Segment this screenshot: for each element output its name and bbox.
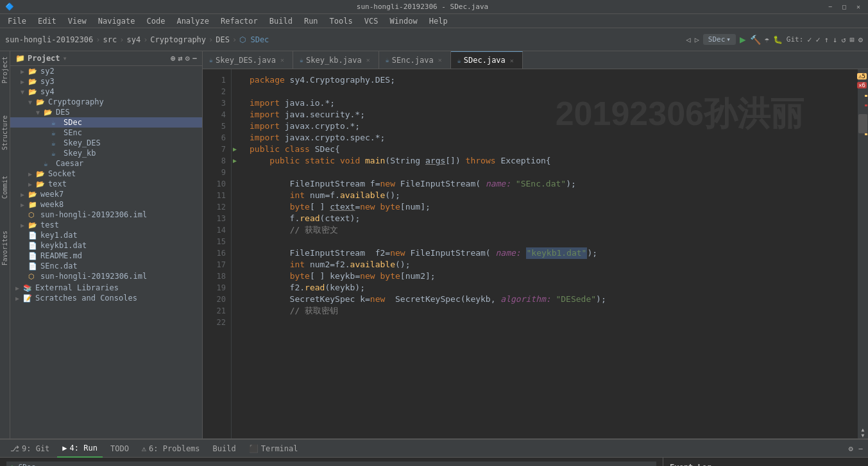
menu-view[interactable]: View bbox=[63, 15, 92, 27]
menu-run[interactable]: Run bbox=[299, 15, 323, 27]
run-tab-close[interactable]: ✕ bbox=[38, 464, 41, 467]
editor-scrollbar[interactable]: ⚠5 ✕6 ▲ ▼ bbox=[858, 69, 868, 438]
tree-item-scratches[interactable]: ▶ 📝 Scratches and Consoles bbox=[10, 293, 202, 303]
tab-close-sdec[interactable]: ✕ bbox=[508, 56, 516, 64]
coverage-button[interactable]: ☂ bbox=[765, 35, 769, 44]
tab-senc-java[interactable]: ☕ SEnc.java ✕ bbox=[379, 51, 451, 69]
tab-close-senc[interactable]: ✕ bbox=[436, 56, 444, 64]
menu-file[interactable]: File bbox=[3, 15, 31, 27]
git-pull[interactable]: ↓ bbox=[833, 35, 837, 44]
scrollbar-thumb[interactable] bbox=[858, 114, 867, 133]
tree-item-key1dat[interactable]: 📄 key1.dat bbox=[10, 230, 202, 240]
tree-item-sy2[interactable]: ▶ 📂 sy2 bbox=[10, 66, 202, 76]
tab-sdec-java[interactable]: ☕ SDec.java ✕ bbox=[451, 51, 523, 69]
menu-vcs[interactable]: VCS bbox=[359, 15, 384, 27]
git-icon: ⎇ bbox=[10, 444, 19, 453]
tree-item-text[interactable]: ▶ 📂 text bbox=[10, 179, 202, 189]
breadcrumb-des[interactable]: DES bbox=[216, 35, 230, 44]
bottom-tab-terminal[interactable]: ⬛ Terminal bbox=[244, 440, 303, 458]
md-icon-readme: 📄 bbox=[28, 252, 38, 260]
menu-analyze[interactable]: Analyze bbox=[171, 15, 214, 27]
gutter-arrow-7[interactable]: ▶ bbox=[233, 144, 241, 155]
menu-edit[interactable]: Edit bbox=[33, 15, 62, 27]
tab-skey-kb-java[interactable]: ☕ Skey_kb.java ✕ bbox=[293, 51, 379, 69]
bottom-tab-todo[interactable]: TODO bbox=[105, 440, 134, 458]
bottom-settings[interactable]: ⚙ − bbox=[849, 444, 863, 453]
git-rollback[interactable]: ⊞ bbox=[850, 35, 855, 44]
tree-item-des[interactable]: ▼ 📂 DES bbox=[10, 107, 202, 117]
menu-tools[interactable]: Tools bbox=[325, 15, 358, 27]
menu-code[interactable]: Code bbox=[142, 15, 171, 27]
tree-arrow-sy3: ▶ bbox=[21, 78, 28, 85]
bottom-tab-build[interactable]: Build bbox=[208, 440, 241, 458]
nav-forward-icon[interactable]: ▷ bbox=[695, 35, 699, 44]
bottom-tab-run[interactable]: ▶ 4: Run bbox=[57, 440, 103, 458]
gutter-arrow-8[interactable]: ▶ bbox=[233, 155, 241, 167]
tab-close-skey-kb[interactable]: ✕ bbox=[364, 56, 372, 64]
tree-item-sy3[interactable]: ▶ 📂 sy3 bbox=[10, 76, 202, 87]
settings-icon[interactable]: ⚙ bbox=[858, 35, 863, 44]
tab-close-skey-des[interactable]: ✕ bbox=[278, 56, 286, 64]
project-sync-btn[interactable]: ⇄ bbox=[178, 54, 182, 63]
git-check2[interactable]: ✓ bbox=[816, 35, 821, 44]
bottom-tab-git[interactable]: ⎇ 9: Git bbox=[5, 440, 55, 458]
breadcrumb-root[interactable]: sun-hongli-20192306 bbox=[5, 35, 93, 44]
tree-item-external-libraries[interactable]: ▶ 📚 External Libraries bbox=[10, 283, 202, 293]
bottom-minimize-icon[interactable]: − bbox=[858, 444, 863, 453]
bottom-tab-todo-label: TODO bbox=[110, 444, 129, 453]
project-add-btn[interactable]: ⊕ bbox=[171, 54, 175, 63]
build-button[interactable]: 🔨 bbox=[750, 35, 761, 45]
tree-item-caesar[interactable]: ☕ Caesar bbox=[10, 158, 202, 169]
menu-navigate[interactable]: Navigate bbox=[93, 15, 140, 27]
tree-item-socket[interactable]: ▶ 📂 Socket bbox=[10, 169, 202, 179]
close-btn[interactable]: ✕ bbox=[854, 3, 863, 12]
breadcrumb: sun-hongli-20192306 › src › sy4 › Crypto… bbox=[5, 35, 269, 44]
nav-back-icon[interactable]: ◁ bbox=[686, 35, 690, 44]
tree-label-sdec: SDec bbox=[64, 118, 82, 127]
tree-item-skey-kb[interactable]: ☕ Skey_kb bbox=[10, 148, 202, 158]
bottom-settings-icon[interactable]: ⚙ bbox=[849, 444, 853, 453]
tree-item-cryptography[interactable]: ▼ 📂 Cryptography bbox=[10, 97, 202, 107]
tree-item-iml[interactable]: ⬡ sun-hongli-20192306.iml bbox=[10, 210, 202, 220]
tree-item-iml2[interactable]: ⬡ sun-hongli-20192306.iml bbox=[10, 271, 202, 281]
git-history[interactable]: ↺ bbox=[841, 35, 846, 44]
code-content[interactable]: 20192306孙洪丽 package sy4.Cryptography.DES… bbox=[242, 69, 858, 438]
scroll-down-arrow[interactable]: ▼ bbox=[862, 433, 865, 438]
breadcrumb-cryptography[interactable]: Cryptography bbox=[150, 35, 206, 44]
tab-icon-sdec: ☕ bbox=[457, 57, 461, 64]
breadcrumb-sy4[interactable]: sy4 bbox=[126, 35, 140, 44]
project-collapse-btn[interactable]: − bbox=[192, 54, 197, 63]
tree-item-week7[interactable]: ▶ 📂 week7 bbox=[10, 189, 202, 199]
bottom-tab-problems[interactable]: ⚠ 6: Problems bbox=[137, 440, 205, 458]
terminal-pane: ▶ SDec ✕ ▶ ↺ ■ ⤓ ⚙ E:\Ksoftware\0000\bin… bbox=[0, 458, 663, 466]
minimize-btn[interactable]: − bbox=[826, 3, 835, 12]
tree-item-week8[interactable]: ▶ 📁 week8 bbox=[10, 199, 202, 210]
tree-arrow-socket: ▶ bbox=[28, 171, 36, 178]
maximize-btn[interactable]: □ bbox=[840, 3, 849, 12]
project-settings-btn[interactable]: ⚙ bbox=[185, 54, 190, 63]
tree-item-readme[interactable]: 📄 README.md bbox=[10, 251, 202, 261]
git-push[interactable]: ↑ bbox=[824, 35, 829, 44]
git-check[interactable]: ✓ bbox=[807, 35, 812, 44]
tab-skey-des-java[interactable]: ☕ Skey_DES.java ✕ bbox=[203, 51, 293, 69]
tree-item-skey-des[interactable]: ☕ Skey_DES bbox=[10, 138, 202, 148]
tree-item-sdec[interactable]: ☕ SDec bbox=[10, 117, 202, 128]
breadcrumb-src[interactable]: src bbox=[103, 35, 117, 44]
debug-button[interactable]: 🐛 bbox=[773, 35, 783, 44]
tree-item-sencdat[interactable]: 📄 SEnc.dat bbox=[10, 261, 202, 271]
tree-item-test[interactable]: ▶ 📂 test bbox=[10, 220, 202, 230]
tree-arrow-ext-lib: ▶ bbox=[15, 285, 23, 292]
tree-item-senc[interactable]: ☕ SEnc bbox=[10, 128, 202, 138]
menu-help[interactable]: Help bbox=[424, 15, 453, 27]
run-config-selector[interactable]: SDec ▾ bbox=[703, 34, 736, 45]
menu-build[interactable]: Build bbox=[264, 15, 298, 27]
menu-window[interactable]: Window bbox=[384, 15, 422, 27]
scroll-up-arrow[interactable]: ▲ bbox=[862, 427, 865, 433]
warning-mark-2 bbox=[865, 133, 867, 135]
tree-item-sy4[interactable]: ▼ 📂 sy4 bbox=[10, 87, 202, 97]
run-button[interactable]: ▶ bbox=[740, 33, 746, 46]
breadcrumb-sdec[interactable]: ⬡ SDec bbox=[239, 35, 269, 44]
tree-item-keykb1dat[interactable]: 📄 keykb1.dat bbox=[10, 240, 202, 251]
menu-refactor[interactable]: Refactor bbox=[216, 15, 263, 27]
tree-label-skey-kb: Skey_kb bbox=[64, 149, 96, 158]
